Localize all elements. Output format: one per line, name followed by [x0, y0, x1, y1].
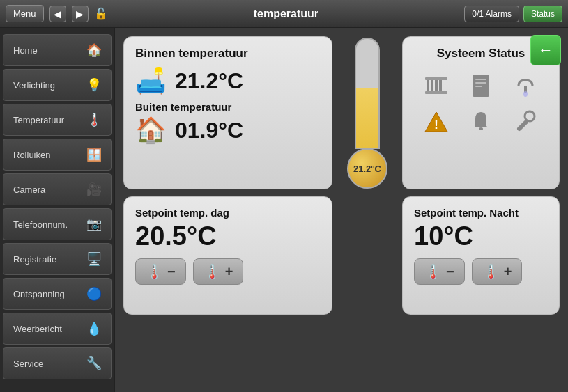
svg-rect-2 — [435, 79, 438, 93]
setpoint-dag-card: Setpoint temp. dag 20.5°C 🌡️ − 🌡️ + — [123, 196, 332, 315]
weather-icon: 💧 — [84, 319, 104, 338]
sidebar-item-home[interactable]: Home 🏠 — [3, 34, 112, 66]
thermometer-fill — [356, 88, 378, 148]
setpoint-dag-value: 20.5°C — [135, 221, 321, 251]
svg-rect-1 — [431, 79, 433, 93]
content-area: ← Binnen temperatuur 🛋️ 21.2°C Buiten te… — [115, 28, 568, 392]
thermometer-bulb: 21.2°C — [347, 148, 387, 189]
light-icon: 💡 — [84, 75, 104, 95]
setpoint-dag-title: Setpoint temp. dag — [135, 207, 321, 219]
svg-rect-8 — [475, 82, 486, 84]
setpoint-dag-minus-button[interactable]: 🌡️ − — [135, 258, 186, 285]
forward-nav-button[interactable]: ▶ — [72, 6, 89, 22]
sofa-icon: 🛋️ — [135, 66, 167, 95]
nacht-plus-label: + — [504, 264, 512, 280]
setpoint-nacht-card: Setpoint temp. Nacht 10°C 🌡️ − 🌡️ + — [402, 196, 560, 315]
svg-point-11 — [523, 91, 528, 97]
back-button[interactable]: ← — [530, 35, 561, 65]
svg-text:!: ! — [434, 118, 438, 132]
sidebar-item-verlichting[interactable]: Verlichting 💡 — [3, 69, 112, 101]
setpoint-dag-buttons: 🌡️ − 🌡️ + — [135, 258, 321, 285]
bottom-row: Setpoint temp. dag 20.5°C 🌡️ − 🌡️ + — [123, 196, 560, 315]
plus-label: + — [225, 264, 233, 280]
binnen-temp-title: Binnen temperatuur — [135, 47, 321, 61]
back-nav-button[interactable]: ◀ — [49, 6, 66, 22]
status-icon-wrench — [506, 107, 545, 137]
setpoint-nacht-buttons: 🌡️ − 🌡️ + — [414, 258, 548, 285]
thermometer-spacer — [339, 196, 395, 315]
status-icon-bell — [461, 107, 500, 137]
service-icon: 🔧 — [84, 354, 104, 373]
thermometer-icon: 🌡️ — [84, 110, 104, 130]
sidebar-item-telefoonnum[interactable]: Telefoonnum. 📷 — [3, 208, 112, 240]
topbar-right: 0/1 Alarms Status — [464, 6, 562, 22]
sidebar: Home 🏠 Verlichting 💡 Temperatuur 🌡️ Roll… — [0, 28, 115, 392]
status-icon-warning: ! — [417, 107, 456, 137]
svg-rect-7 — [475, 79, 486, 80]
buiten-temp-title: Buiten temperatuur — [135, 101, 321, 113]
top-row: Binnen temperatuur 🛋️ 21.2°C Buiten temp… — [123, 36, 560, 189]
sidebar-item-rolluiken[interactable]: Rolluiken 🪟 — [3, 139, 112, 171]
sidebar-item-weerbericht[interactable]: Weerbericht 💧 — [3, 313, 112, 345]
status-icon-radiator — [417, 70, 456, 101]
status-button[interactable]: Status — [523, 6, 562, 22]
sidebar-item-temperatuur[interactable]: Temperatuur 🌡️ — [3, 104, 112, 136]
thermometer-tube — [355, 38, 380, 149]
thermometer-nacht-plus-icon: 🌡️ — [482, 263, 500, 280]
systeem-status-title: Systeem Status — [414, 47, 548, 61]
thermometer-plus-icon: 🌡️ — [204, 263, 221, 280]
status-icon-document — [461, 70, 500, 101]
setpoint-nacht-minus-button[interactable]: 🌡️ − — [414, 258, 465, 285]
sidebar-item-ontspanning[interactable]: Ontspanning 🔵 — [3, 278, 112, 310]
minus-label: − — [167, 264, 176, 280]
svg-rect-4 — [425, 77, 447, 80]
sidebar-item-service[interactable]: Service 🔧 — [3, 347, 112, 379]
thermometer: 21.2°C — [339, 36, 395, 189]
nacht-minus-label: − — [446, 264, 454, 280]
temperature-card: Binnen temperatuur 🛋️ 21.2°C Buiten temp… — [123, 36, 332, 189]
status-icons-grid: ! — [414, 68, 548, 140]
svg-rect-14 — [479, 127, 483, 130]
lock-icon: 🔓 — [94, 7, 108, 20]
svg-rect-5 — [425, 91, 447, 94]
page-title: temperatuur — [254, 8, 318, 20]
setpoint-nacht-plus-button[interactable]: 🌡️ + — [472, 258, 523, 285]
ontspanning-icon: 🔵 — [84, 284, 104, 304]
svg-point-15 — [525, 111, 535, 121]
alarms-button[interactable]: 0/1 Alarms — [464, 6, 519, 22]
camera-icon: 🎥 — [84, 180, 104, 199]
registratie-icon: 🖥️ — [84, 249, 104, 269]
thermometer-bulb-container: 21.2°C — [346, 148, 388, 189]
svg-rect-16 — [516, 119, 529, 132]
topbar: Menu ◀ ▶ 🔓 temperatuur 0/1 Alarms Status — [0, 0, 568, 28]
main-layout: Home 🏠 Verlichting 💡 Temperatuur 🌡️ Roll… — [0, 28, 568, 392]
binnen-temp-value: 21.2°C — [175, 68, 243, 94]
buiten-temp-row: 🏠 01.9°C — [135, 116, 321, 145]
home-icon: 🏠 — [84, 40, 104, 60]
binnen-temp-row: 🛋️ 21.2°C — [135, 66, 321, 95]
phone-icon: 📷 — [84, 214, 104, 234]
rolluiken-icon: 🪟 — [84, 145, 104, 164]
thermometer-minus-icon: 🌡️ — [146, 263, 163, 280]
sidebar-item-registratie[interactable]: Registratie 🖥️ — [3, 243, 112, 275]
setpoint-dag-plus-button[interactable]: 🌡️ + — [193, 258, 244, 285]
thermometer-nacht-minus-icon: 🌡️ — [424, 263, 442, 280]
house-icon: 🏠 — [135, 116, 167, 145]
setpoint-nacht-value: 10°C — [414, 221, 548, 251]
buiten-temp-value: 01.9°C — [175, 118, 243, 143]
menu-button[interactable]: Menu — [6, 5, 44, 22]
status-icon-faucet — [506, 70, 545, 101]
svg-rect-0 — [427, 79, 429, 93]
svg-rect-9 — [475, 86, 482, 87]
svg-rect-3 — [439, 79, 442, 93]
setpoint-nacht-title: Setpoint temp. Nacht — [414, 207, 548, 219]
topbar-left: Menu ◀ ▶ 🔓 — [6, 5, 108, 22]
sidebar-item-camera[interactable]: Camera 🎥 — [3, 173, 112, 205]
